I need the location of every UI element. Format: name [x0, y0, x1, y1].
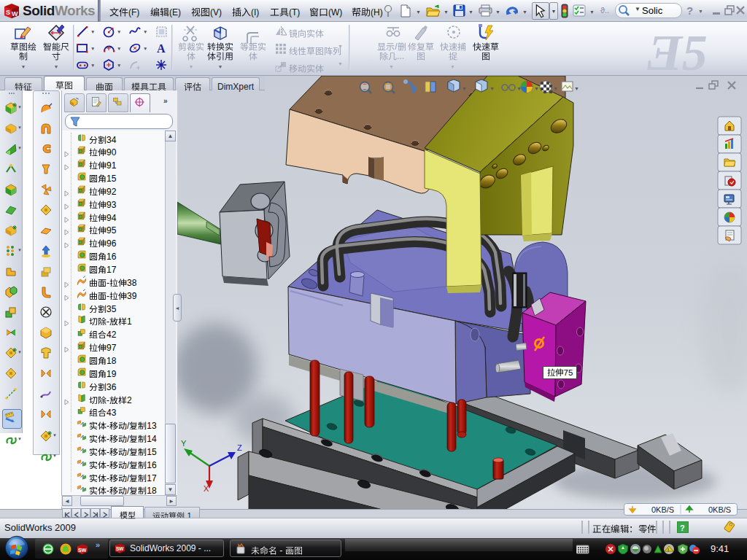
svg-text:Y: Y [181, 439, 187, 448]
svg-text:X: X [204, 484, 209, 493]
svg-text:W: W [12, 10, 18, 18]
svg-text:▼: ▼ [489, 86, 495, 91]
svg-text:SW: SW [116, 546, 124, 551]
svg-text:?: ? [680, 524, 685, 532]
svg-text:▼: ▼ [462, 86, 467, 91]
svg-text:▼: ▼ [534, 86, 539, 91]
svg-text:SW: SW [78, 548, 87, 553]
svg-text:▼: ▼ [574, 86, 579, 91]
svg-text:0KB/S: 0KB/S [708, 505, 731, 514]
svg-text:0KB/S: 0KB/S [651, 505, 674, 514]
svg-text:Z: Z [237, 443, 242, 452]
svg-text:S: S [6, 9, 10, 16]
svg-text:Ǝ5: Ǝ5 [647, 25, 708, 74]
svg-text:▼: ▼ [553, 86, 558, 91]
svg-text:!: ! [667, 548, 669, 553]
